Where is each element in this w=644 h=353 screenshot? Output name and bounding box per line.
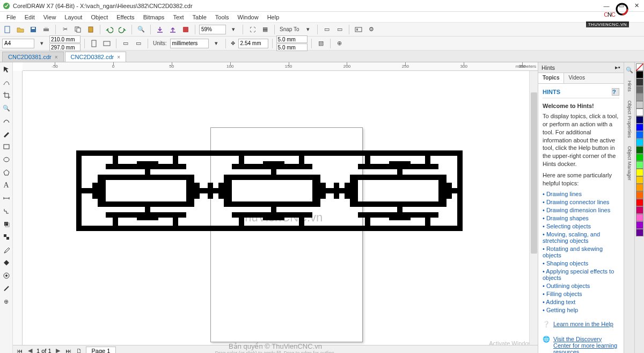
drawing-object[interactable] [76,150,463,232]
color-swatch[interactable] [636,146,643,154]
menu-edit[interactable]: Edit [20,13,39,21]
color-swatch[interactable] [636,199,643,206]
menu-help[interactable]: Help [263,13,284,21]
doc-tab-1[interactable]: CNC2D0381.cdr× [2,52,64,62]
page-tab[interactable]: Page 1 [86,347,116,354]
first-page-icon[interactable]: ⏮ [15,347,24,354]
outline-pen-icon[interactable] [2,284,11,293]
add-icon[interactable]: ⊕ [334,38,345,49]
hints-link[interactable]: Adding text [543,299,619,305]
menu-window[interactable]: Window [233,13,263,21]
new-icon[interactable] [2,24,13,35]
next-page-icon[interactable]: ▶ [54,347,62,354]
fullscreen-icon[interactable]: ⛶ [247,24,258,35]
quick-custom-icon[interactable]: ⊕ [2,297,11,306]
pick-tool-icon[interactable] [2,64,11,74]
docker-tab-hints[interactable]: Hints [626,77,633,95]
paste-icon[interactable] [85,24,96,35]
open-icon[interactable] [15,24,26,35]
shape-tool-icon[interactable] [2,77,11,87]
hints-link[interactable]: Drawing connector lines [543,199,619,205]
crop-tool-icon[interactable] [2,90,11,100]
save-icon[interactable] [28,24,39,35]
artistic-media-icon[interactable] [2,129,11,139]
current-page-icon[interactable]: ▭ [133,38,144,49]
add-page-icon[interactable]: 🗋 [75,347,84,354]
hints-link[interactable]: Filling objects [543,291,619,297]
menu-table[interactable]: Table [188,13,211,21]
units-select[interactable] [170,39,209,48]
scrollbar-vertical[interactable] [529,71,538,353]
redo-icon[interactable] [117,24,128,35]
ruler-vertical[interactable] [13,71,23,353]
close-tab-icon[interactable]: × [117,54,120,60]
menu-effects[interactable]: Effects [112,13,138,21]
dup-y-input[interactable] [276,44,308,51]
color-swatch[interactable] [636,176,643,184]
print-icon[interactable] [41,24,52,35]
color-swatch[interactable] [636,71,643,78]
page-size-select[interactable] [2,39,34,48]
color-swatch[interactable] [636,161,643,169]
docker-menu-icon[interactable]: ▸▪ [615,64,620,71]
snapto-dropdown-icon[interactable]: ▾ [303,24,313,35]
freehand-tool-icon[interactable] [2,116,11,126]
color-swatch[interactable] [636,221,643,229]
color-swatch[interactable] [636,206,643,214]
docker-search-icon[interactable]: 🔍 [624,64,635,75]
cut-icon[interactable]: ✂ [60,24,70,35]
hints-link[interactable]: Drawing dimension lines [543,207,619,213]
maximize-button[interactable]: ▭ [614,1,629,11]
color-swatch[interactable] [636,139,643,146]
dup-x-input[interactable] [276,35,308,43]
scrollbar-thumb[interactable] [531,92,537,254]
hints-link[interactable]: Outlining objects [543,283,619,289]
ellipse-tool-icon[interactable] [2,155,11,164]
color-swatch[interactable] [636,93,643,101]
prev-page-icon[interactable]: ◀ [26,347,34,354]
nudge-input[interactable] [238,39,268,48]
copy-icon[interactable] [72,24,83,35]
menu-object[interactable]: Object [86,13,112,21]
discovery-link[interactable]: Visit the Discovery Center for more lear… [553,336,619,353]
treat-as-filled-icon[interactable]: ▧ [316,38,326,49]
color-swatch[interactable] [636,101,643,109]
hints-link[interactable]: Getting help [543,307,619,313]
close-tab-icon[interactable]: × [55,54,58,60]
color-swatch[interactable] [636,191,643,199]
transparency-icon[interactable] [2,232,11,242]
import-icon[interactable] [155,24,165,35]
page-height-input[interactable] [49,44,80,51]
polygon-tool-icon[interactable] [2,168,11,177]
color-swatch[interactable] [636,184,643,191]
zoom-dropdown-icon[interactable]: ▾ [228,24,239,35]
parallel-dim-icon[interactable] [2,193,11,203]
rectangle-tool-icon[interactable] [2,142,11,152]
text-tool-icon[interactable]: A [2,181,11,190]
menu-layout[interactable]: Layout [60,13,86,21]
menu-file[interactable]: File [2,13,20,21]
hints-link[interactable]: Selecting objects [543,223,619,229]
pagesize-dropdown-icon[interactable]: ▾ [36,38,47,49]
menu-view[interactable]: View [39,13,61,21]
hints-link[interactable]: Moving, scaling, and stretching objects [543,231,619,244]
no-color-swatch[interactable] [636,63,643,71]
zoom-level-input[interactable] [199,25,226,34]
units-dropdown-icon[interactable]: ▾ [211,38,222,49]
color-swatch[interactable] [636,214,643,221]
color-swatch[interactable] [636,86,643,93]
undo-icon[interactable] [104,24,115,35]
welcome-icon[interactable] [353,24,364,35]
grid-icon[interactable]: ▦ [260,24,270,35]
hints-tab-topics[interactable]: Topics [538,73,564,83]
hints-link[interactable]: Applying special effects to objects [543,268,619,281]
ruler-horizontal[interactable]: millimeters -50050100150200250300350400 [23,62,538,71]
menu-bitmaps[interactable]: Bitmaps [139,13,169,21]
publish-icon[interactable] [180,24,191,35]
color-swatch[interactable] [636,229,643,236]
last-page-icon[interactable]: ⏭ [64,347,73,354]
zoom-tool-icon[interactable]: 🔍 [2,103,11,113]
help-button-icon[interactable]: ? [612,88,619,96]
dropshadow-icon[interactable] [2,219,11,229]
color-swatch[interactable] [636,154,643,161]
